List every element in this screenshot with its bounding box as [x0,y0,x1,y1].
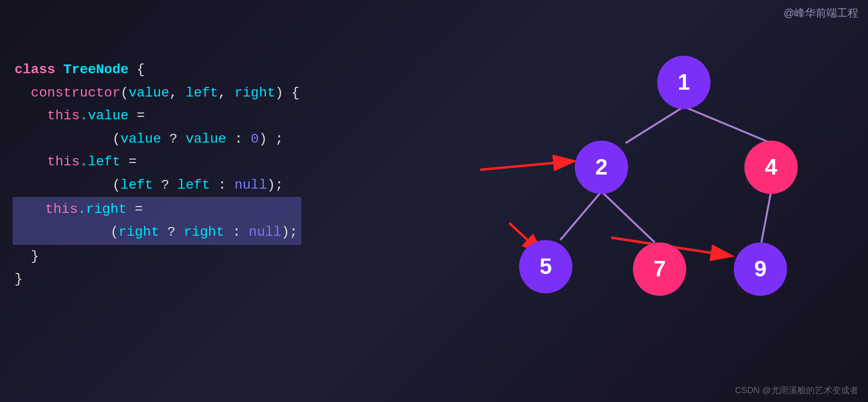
code-block: class TreeNode { constructor(value, left… [15,58,301,291]
code-line-6: (left ? left : null); [15,174,301,197]
code-line-5: this.left = [15,150,301,174]
watermark-top: @峰华前端工程 [784,6,858,20]
tree-svg: 1 2 4 5 7 9 [451,29,849,369]
code-line-8: } [15,245,301,268]
svg-text:5: 5 [539,254,552,279]
svg-text:1: 1 [678,69,690,95]
keyword-this-1: this [47,108,79,123]
code-line-1: class TreeNode { [15,58,301,81]
code-line-3: this.value = [15,104,301,128]
highlight-right: this.right = (right ? right : null); [13,197,301,245]
svg-line-0 [626,107,684,143]
keyword-class: class [15,62,63,77]
param-left: left [186,85,218,100]
code-line-7: this.right = (right ? right : null); [15,197,301,245]
keyword-this-3: this [45,202,78,217]
watermark-bottom: CSDN @尤雨溪般的艺术变成者 [735,385,858,396]
code-line-2: constructor(value, left, right) { [15,81,301,105]
param-value: value [128,85,169,100]
code-line-9: } [15,268,301,291]
svg-text:2: 2 [595,154,608,179]
svg-line-6 [480,161,575,170]
svg-text:7: 7 [653,256,666,281]
svg-line-2 [560,192,601,240]
prop-left: .left [79,154,120,169]
code-line-4: (value ? value : 0) ; [15,128,301,151]
param-right: right [235,85,275,100]
keyword-this-2: this [47,154,79,169]
svg-text:9: 9 [754,256,767,281]
tree-diagram: 1 2 4 5 7 9 [451,29,849,369]
svg-line-4 [761,192,771,242]
svg-text:4: 4 [765,154,777,179]
svg-line-1 [684,107,771,143]
class-name: TreeNode [63,62,137,77]
prop-right: .right [78,202,126,217]
prop-value: .value [79,108,128,123]
svg-line-3 [601,192,655,242]
keyword-constructor: constructor [31,85,121,100]
